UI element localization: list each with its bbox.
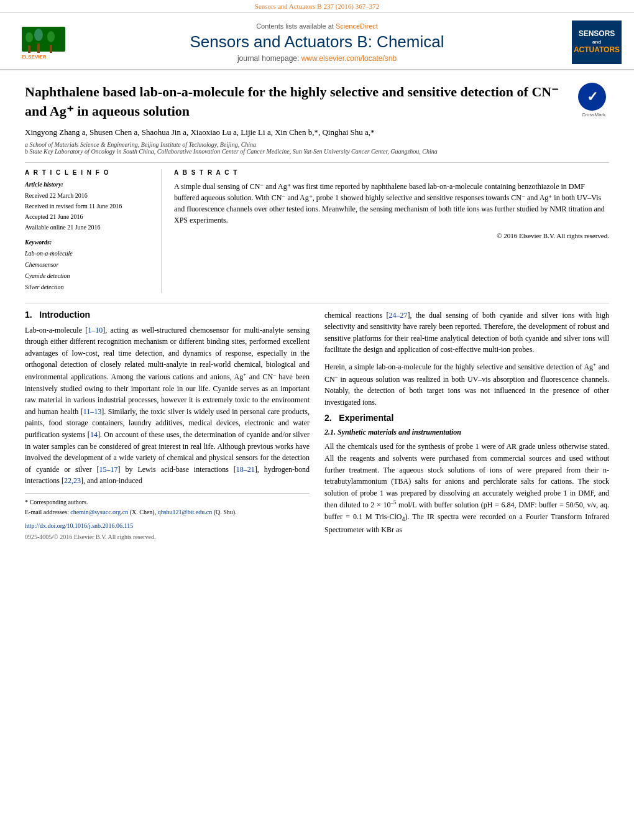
crossmark-logo[interactable]: ✓ CrossMark: [578, 83, 609, 114]
article-dates: Received 22 March 2016 Received in revis…: [25, 190, 151, 233]
available-date: Available online 21 June 2016: [25, 222, 151, 233]
elsevier-logo-svg: ELSEVIER: [19, 24, 68, 61]
article-info-header: A R T I C L E I N F O: [25, 169, 151, 176]
right-paragraph-1: chemical reactions [24–27], the dual sen…: [324, 310, 609, 356]
section2-title: 2. Experimental: [324, 413, 609, 423]
email1-link[interactable]: chemin@sysucc.org.cn: [70, 509, 128, 515]
abstract-text: A simple dual sensing of CN⁻ and Ag⁺ was…: [174, 181, 609, 226]
svg-point-2: [25, 32, 33, 42]
sciencedirect-link[interactable]: ScienceDirect: [336, 22, 378, 30]
affiliation-a: a School of Materials Science & Engineer…: [25, 141, 609, 148]
email2-link[interactable]: qhshu121@bit.edu.cn: [158, 509, 213, 515]
email-info: E-mail addresses: chemin@sysucc.org.cn (…: [25, 507, 310, 517]
keyword-1: Lab-on-a-molecule: [25, 248, 151, 259]
journal-header: ELSEVIER Contents lists available at Sci…: [0, 13, 634, 70]
abstract-col: A B S T R A C T A simple dual sensing of…: [174, 169, 609, 293]
keyword-3: Cyanide detection: [25, 270, 151, 282]
ref-14[interactable]: 14: [90, 430, 98, 439]
issn: 0925-4005/© 2016 Elsevier B.V. All right…: [25, 532, 310, 542]
right-paragraph-2: Herein, a simple lab-on-a-molecule for t…: [324, 361, 609, 408]
ref-1-10[interactable]: 1–10: [88, 326, 103, 335]
intro-section-title: 1. Introduction: [25, 310, 310, 320]
ref-22-23[interactable]: 22,23: [64, 476, 81, 485]
svg-rect-1: [28, 45, 30, 53]
subsection-2-1-title: 2.1. Synthetic materials and instrumenta…: [324, 428, 609, 437]
ref-15-17[interactable]: 15–17: [99, 465, 118, 474]
body-columns: 1. Introduction Lab-on-a-molecule [1–10]…: [25, 310, 609, 542]
svg-point-4: [34, 29, 43, 41]
journal-ref: Sensors and Actuators B 237 (2016) 367–3…: [255, 2, 379, 10]
keywords-list: Lab-on-a-molecule Chemosensor Cyanide de…: [25, 248, 151, 293]
elsevier-logo-container: ELSEVIER: [12, 24, 75, 61]
article-title: Naphthalene based lab-on-a-molecule for …: [25, 83, 578, 121]
corresponding-label: * Corresponding authors.: [25, 497, 310, 507]
keyword-4: Silver detection: [25, 282, 151, 293]
article-info-abstract: A R T I C L E I N F O Article history: R…: [25, 169, 609, 293]
received-date: Received 22 March 2016: [25, 190, 151, 201]
keyword-2: Chemosensor: [25, 259, 151, 270]
sensors-actuators-badge: SENSORS and AcTuators: [572, 21, 622, 64]
article-title-section: Naphthalene based lab-on-a-molecule for …: [25, 83, 609, 121]
badge-and: and: [592, 39, 601, 45]
abstract-header: A B S T R A C T: [174, 169, 609, 176]
keywords-label: Keywords:: [25, 239, 151, 246]
journal-title: Sensors and Actuators B: Chemical: [75, 32, 559, 52]
svg-rect-5: [50, 45, 52, 53]
content-area: Naphthalene based lab-on-a-molecule for …: [0, 70, 634, 555]
divider-2: [25, 303, 609, 303]
authors: Xingyong Zhang a, Shusen Chen a, Shaohua…: [25, 127, 609, 137]
page: Sensors and Actuators B 237 (2016) 367–3…: [0, 0, 634, 840]
right-paragraph-3: All the chemicals used for the synthesis…: [324, 441, 609, 535]
svg-rect-3: [37, 44, 40, 53]
contents-available: Contents lists available at ScienceDirec…: [75, 22, 559, 30]
copyright: © 2016 Elsevier B.V. All rights reserved…: [174, 232, 609, 239]
badge-actuators: AcTuators: [574, 45, 620, 55]
journal-homepage: journal homepage: www.elsevier.com/locat…: [75, 54, 559, 63]
ref-24-27[interactable]: 24–27: [389, 311, 408, 320]
affiliation-b: b State Key Laboratory of Oncology in So…: [25, 148, 609, 155]
divider-1: [25, 162, 609, 163]
footnote-section: * Corresponding authors. E-mail addresse…: [25, 493, 310, 542]
affiliations: a School of Materials Science & Engineer…: [25, 141, 609, 155]
badge-sensors: SENSORS: [579, 29, 615, 39]
journal-center: Contents lists available at ScienceDirec…: [75, 22, 559, 63]
body-right-col: chemical reactions [24–27], the dual sen…: [324, 310, 609, 542]
sensors-actuators-badge-container: SENSORS and AcTuators: [559, 21, 622, 64]
doi[interactable]: http://dx.doi.org/10.1016/j.snb.2016.06.…: [25, 521, 310, 531]
top-bar: Sensors and Actuators B 237 (2016) 367–3…: [0, 0, 634, 13]
revised-date: Received in revised form 11 June 2016: [25, 201, 151, 211]
svg-point-6: [47, 31, 55, 42]
ref-11-13[interactable]: 11–13: [83, 407, 102, 416]
article-info-col: A R T I C L E I N F O Article history: R…: [25, 169, 162, 293]
journal-url[interactable]: www.elsevier.com/locate/snb: [301, 54, 397, 63]
body-left-col: 1. Introduction Lab-on-a-molecule [1–10]…: [25, 310, 310, 542]
crossmark-circle: ✓: [578, 83, 606, 111]
history-label: Article history:: [25, 181, 151, 188]
accepted-date: Accepted 21 June 2016: [25, 211, 151, 222]
ref-18-21[interactable]: 18–21: [236, 465, 255, 474]
svg-text:ELSEVIER: ELSEVIER: [22, 54, 47, 60]
intro-paragraph-1: Lab-on-a-molecule [1–10], acting as well…: [25, 325, 310, 487]
